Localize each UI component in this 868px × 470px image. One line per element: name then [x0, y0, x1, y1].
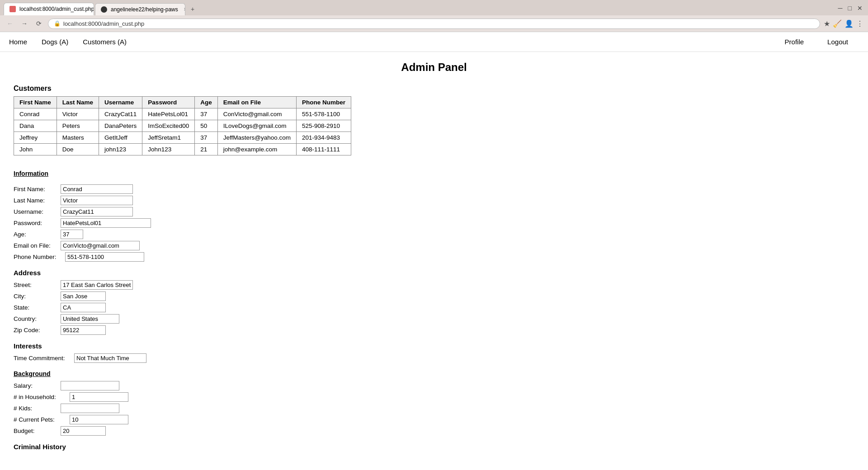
tab-label-2: angelinelee22/helping-paws — [111, 6, 178, 13]
col-phone: Phone Number — [296, 97, 351, 108]
table-row[interactable]: ConradVictorCrazyCat11HatePetsLol0137Con… — [14, 108, 351, 120]
bookmark-icon[interactable]: ★ — [824, 19, 830, 28]
current-pets-label: # Current Pets: — [14, 416, 68, 423]
table-row[interactable]: JohnDoejohn123John12321john@example.com4… — [14, 144, 351, 155]
current-pets-input[interactable] — [70, 415, 128, 424]
interests-section-title: Interests — [14, 342, 420, 350]
zip-label: Zip Code: — [14, 327, 59, 334]
col-username: Username — [99, 97, 142, 108]
first-name-input[interactable] — [61, 184, 133, 194]
col-password: Password — [142, 97, 195, 108]
time-commitment-input[interactable] — [74, 353, 146, 363]
username-input[interactable] — [61, 207, 133, 216]
budget-input[interactable] — [61, 426, 106, 436]
salary-input[interactable] — [61, 381, 119, 390]
col-lastname: Last Name — [57, 97, 99, 108]
reload-button[interactable]: ⟳ — [33, 18, 44, 29]
last-name-input[interactable] — [61, 196, 133, 205]
phone-input[interactable] — [65, 252, 144, 262]
nav-home[interactable]: Home — [7, 33, 29, 50]
col-email: Email on File — [217, 97, 296, 108]
country-input[interactable] — [61, 314, 119, 324]
kids-label: # Kids: — [14, 405, 59, 412]
nav-profile[interactable]: Profile — [783, 33, 806, 50]
state-label: State: — [14, 304, 59, 311]
tab-close-icon-2[interactable]: ✕ — [184, 7, 185, 12]
criminal-history-section-title: Criminal History — [14, 443, 420, 451]
address-text: localhost:8000/admin_cust.php — [63, 20, 144, 27]
budget-label: Budget: — [14, 428, 59, 434]
extensions-icon[interactable]: 🧹 — [833, 19, 842, 28]
password-label: Password: — [14, 220, 59, 226]
address-section-title: Address — [14, 269, 420, 277]
information-section-header[interactable]: Information — [14, 170, 48, 177]
nav-customers[interactable]: Customers (A) — [81, 33, 128, 50]
app-navbar: Home Dogs (A) Customers (A) Profile Logo… — [0, 32, 868, 52]
menu-icon[interactable]: ⋮ — [856, 19, 863, 28]
street-input[interactable] — [61, 280, 133, 290]
new-tab-button[interactable]: + — [186, 3, 199, 15]
forward-button[interactable]: → — [19, 18, 30, 29]
age-label: Age: — [14, 231, 59, 238]
window-close-icon[interactable]: ✕ — [857, 5, 863, 12]
country-label: Country: — [14, 315, 59, 322]
street-label: Street: — [14, 282, 59, 288]
tab-label: localhost:8000/admin_cust.php — [19, 6, 94, 12]
window-minimize-icon[interactable]: ─ — [838, 5, 843, 12]
city-label: City: — [14, 293, 59, 300]
email-input[interactable] — [61, 241, 140, 250]
city-input[interactable] — [61, 291, 106, 301]
tab-github[interactable]: angelinelee22/helping-paws ✕ — [95, 3, 185, 15]
background-section-header[interactable]: Background — [14, 370, 420, 377]
address-bar[interactable]: 🔒 localhost:8000/admin_cust.php — [48, 19, 820, 29]
first-name-label: First Name: — [14, 186, 59, 193]
page-title: Admin Panel — [14, 61, 854, 74]
col-firstname: First Name — [14, 97, 57, 108]
time-commitment-label: Time Commitment: — [14, 355, 72, 362]
password-input[interactable] — [61, 218, 151, 228]
window-maximize-icon[interactable]: □ — [848, 5, 852, 12]
customers-table: First Name Last Name Username Password A… — [14, 96, 351, 155]
email-label: Email on File: — [14, 242, 59, 249]
household-label: # in Household: — [14, 394, 68, 400]
customers-section-title: Customers — [14, 85, 420, 93]
zip-input[interactable] — [61, 325, 106, 335]
salary-label: Salary: — [14, 382, 59, 389]
account-icon[interactable]: 👤 — [844, 19, 854, 28]
table-row[interactable]: DanaPetersDanaPetersImSoExcited0050ILove… — [14, 120, 351, 132]
last-name-label: Last Name: — [14, 197, 59, 204]
table-row[interactable]: JeffreyMastersGetItJeffJeffSretam137Jeff… — [14, 132, 351, 144]
col-age: Age — [195, 97, 218, 108]
phone-label: Phone Number: — [14, 254, 63, 260]
household-input[interactable] — [70, 392, 128, 402]
back-button[interactable]: ← — [5, 18, 15, 29]
lock-icon: 🔒 — [54, 20, 61, 27]
username-label: Username: — [14, 208, 59, 215]
nav-dogs[interactable]: Dogs (A) — [40, 33, 70, 50]
kids-input[interactable] — [61, 404, 119, 413]
state-input[interactable] — [61, 303, 106, 312]
age-input[interactable] — [61, 230, 83, 239]
tab-admin[interactable]: localhost:8000/admin_cust.php ✕ — [4, 3, 94, 15]
nav-logout[interactable]: Logout — [826, 33, 850, 50]
